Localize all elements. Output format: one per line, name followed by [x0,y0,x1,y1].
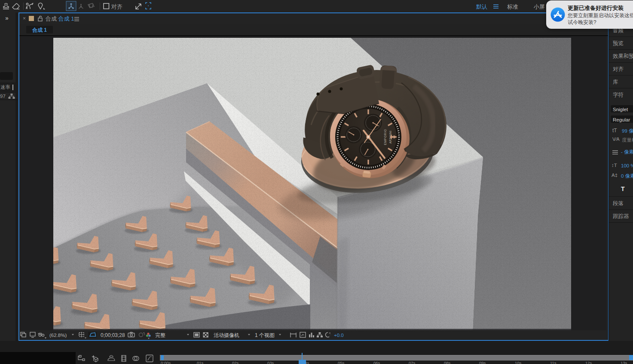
svg-text:活动摄像机: 活动摄像机 [214,332,239,338]
svg-text:(62.8%): (62.8%) [49,333,67,338]
svg-text:1 个视图: 1 个视图 [255,332,275,338]
svg-text:对齐: 对齐 [111,3,122,10]
svg-text:0;00;03;28: 0;00;03;28 [101,332,125,338]
svg-text:+0.0: +0.0 [334,333,344,338]
svg-text:完整: 完整 [155,332,165,338]
svg-text:EMPORIO: EMPORIO [384,129,387,145]
